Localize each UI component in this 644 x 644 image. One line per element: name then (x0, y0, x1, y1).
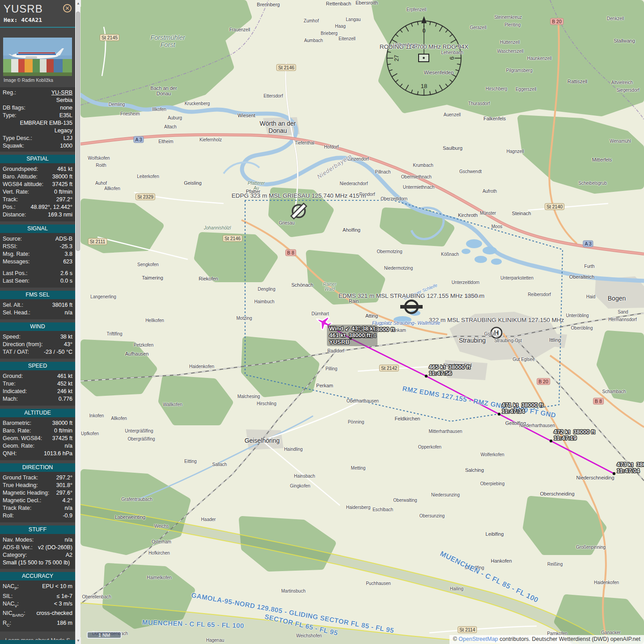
row-label: True: (3, 380, 16, 388)
aircraft-photo[interactable] (3, 38, 72, 76)
row-value: 0 ft/min (33, 427, 72, 435)
row-label: RC: (3, 619, 11, 629)
map-label-hamlet: Pilgramsberg (506, 68, 533, 73)
data-row: Speed:38 kt (3, 333, 72, 341)
row-value: 2.6 s (30, 270, 72, 277)
data-row: Nav. Modes:n/a (3, 536, 72, 544)
map-label-hamlet: Aufroth (483, 189, 497, 194)
map-label-forest: Pfatterer Au (248, 181, 265, 191)
map-label-hamlet: Gut Eglsee (513, 357, 534, 362)
map-label-hamlet: Weichshofen (296, 633, 322, 638)
map-label-hamlet: Niederachdorf (340, 181, 368, 186)
map-label-hamlet: Allkofen (111, 416, 127, 421)
sidebar-bottom-bar (0, 640, 75, 644)
map-label-hamlet: Oberzeitldorn (381, 196, 407, 201)
trail-point-label: 473 kt 38000 ft 11:47:04 (617, 462, 644, 474)
section-body: Nav. Modes:n/aADS-B Ver.:v2 (DO-260B)Cat… (0, 534, 75, 569)
map-attribution: © OpenStreetMap contributors. Deutscher … (449, 635, 644, 644)
map-label-hamlet: Weichs (154, 524, 169, 529)
map-label-town: Hankofen (491, 558, 512, 564)
map-label-hamlet: Wascherszell (497, 49, 523, 54)
data-row: Track Rate:n/a (3, 504, 72, 512)
data-row: Baro. Rate:0 ft/min (3, 427, 72, 435)
map-label-hamlet: Straubing-Ost (494, 338, 522, 343)
aviation-label: EDMS 321 m MSL STRAUBING 127.155 MHz 135… (339, 292, 485, 299)
row-value: Serbia (4, 97, 72, 104)
row-value: 0.776 (20, 395, 72, 403)
map-label-hamlet: Radldorf (327, 348, 344, 353)
map-label-hamlet: Friesheim (120, 111, 140, 116)
map-label-hamlet: Wolfskofen (88, 156, 110, 161)
row-gap (3, 266, 72, 270)
map-label-hamlet: Oberöbling (571, 326, 593, 330)
data-row: SIL:≤ 1e-7 (3, 593, 72, 600)
row-value: none (27, 104, 72, 112)
map-label-hamlet: Hagenau (206, 638, 225, 643)
map-label-town: Wiesenfelden (424, 70, 454, 75)
sidebar-scrollbar[interactable]: ▲ ▼ (75, 0, 80, 644)
map-label-town: Oberschneiding (540, 491, 574, 496)
road-badge: St 2145 (100, 34, 119, 41)
map-label-hamlet: Lehenbach (441, 50, 463, 55)
scroll-down-icon[interactable]: ▼ (76, 637, 81, 644)
data-row: Geom. Rate:n/a (3, 442, 72, 450)
map-label-hamlet: Metting (351, 466, 366, 470)
map-label-hamlet: Auenzell (444, 112, 461, 117)
row-label: DB flags: (3, 104, 25, 112)
scrollbar-thumb[interactable] (76, 12, 80, 251)
row-value: ADS-B (24, 235, 72, 243)
map-label-hamlet: Unterparkstetten (500, 275, 534, 280)
map-label-hamlet: Obersunzing (419, 513, 445, 518)
road-badge: B 8 (593, 398, 604, 405)
scroll-up-icon[interactable]: ▲ (76, 0, 81, 7)
map-label-hamlet: Untermiethnach (403, 185, 435, 190)
map-label-hamlet: Zumhof (304, 18, 319, 23)
map-label-hamlet: Motzing (236, 316, 252, 321)
section-body: Source:ADS-BRSSI:-25.3Msg. Rate:3.8Messa… (0, 233, 75, 288)
map-label-hamlet: Unteröbling (566, 313, 589, 318)
map-label-hamlet: Eggerszell (516, 87, 537, 92)
map-label-hamlet: Pönning (348, 419, 364, 424)
map-label-town: Rain (349, 298, 359, 304)
map-label-hamlet: Upfkofen (81, 431, 99, 436)
road-badge: St 2140 (545, 203, 564, 210)
row-value: 43° (45, 341, 72, 348)
registration-link[interactable]: YU-SRB (18, 89, 72, 97)
data-row: Msg. Rate:3.8 (3, 250, 72, 258)
map-label-hamlet: Reibersdorf (528, 292, 551, 297)
map-label-hamlet: Mitterharthausen (428, 429, 462, 434)
road-badge: St 2111 (88, 238, 107, 245)
map-label-hamlet: Pilling (326, 366, 338, 371)
map-label-hamlet: Demling (109, 102, 125, 107)
road-badge: St 2146 (276, 64, 296, 71)
map-label-hamlet: Roith (96, 163, 106, 168)
row-value: 38000 ft (39, 173, 72, 181)
row-value: 246 kt (29, 388, 72, 395)
map[interactable]: 091827 H BrennbergRettenb (0, 0, 644, 644)
openstreetmap-link[interactable]: OpenStreetMap (458, 636, 498, 642)
row-label: Nav. Modes: (3, 536, 34, 544)
map-label-hamlet: Kößnach (441, 252, 459, 257)
map-label-hamlet: Haimbuch (254, 299, 274, 304)
map-label-hamlet: Ettersdorf (263, 93, 283, 98)
map-label-city: Wörth an der Donau (260, 120, 296, 134)
row-label: Last Seen: (3, 277, 30, 285)
map-label-town: Oberalteich (569, 274, 594, 280)
map-label-hamlet: Illkofen (152, 107, 166, 112)
map-label-hamlet: Hermannsdorf (608, 317, 636, 322)
row-label: Geom. Rate: (3, 442, 34, 450)
row-label: Squawk: (3, 142, 24, 150)
aviation-label: Flugplatz Straubing- Wallmühle (372, 320, 441, 326)
map-label-hamlet: Haidersberg (346, 505, 370, 510)
map-label-town: Perkam (316, 383, 333, 388)
row-value: 0 ft/min (31, 188, 72, 196)
data-row: EMBRAER EMB-135 Legacy (3, 119, 72, 135)
map-label-hamlet: Triftlfing (106, 331, 122, 336)
trail-point-label: 471 kt 38000 ft 11:47:34 (502, 402, 543, 415)
row-value: -0.9 (16, 512, 72, 520)
row-value: 37425 ft (45, 181, 72, 188)
map-label-city: Straubing (459, 337, 486, 344)
trail-point (425, 375, 428, 377)
aviation-label: EDPG 323 m MSL GRIESAU 125.740 MHz 415 m (232, 192, 366, 199)
close-icon[interactable]: ✕ (63, 4, 72, 13)
